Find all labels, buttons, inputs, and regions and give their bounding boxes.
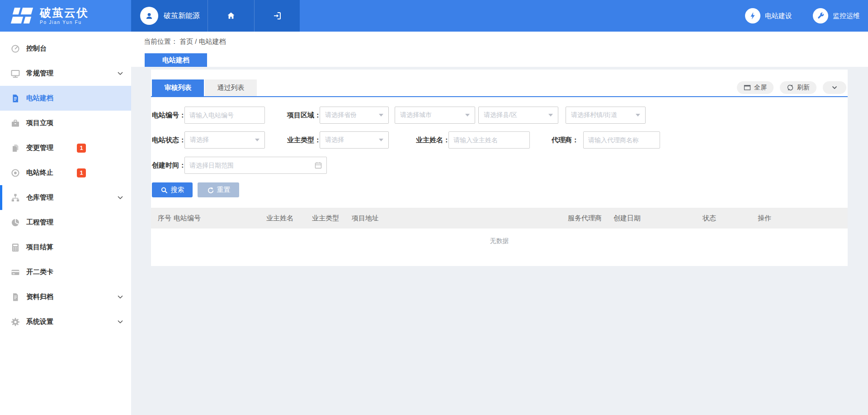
table-column-header: 序号 — [158, 214, 174, 223]
search-button[interactable]: 搜索 — [152, 182, 193, 197]
user-menu[interactable]: 破茧新能源 — [131, 0, 208, 32]
target-icon — [10, 168, 21, 178]
notification-badge: 1 — [77, 168, 86, 177]
pie-icon — [10, 217, 21, 228]
table-column-header: 业主类型 — [312, 214, 352, 223]
sidebar-item-label: 资料归档 — [26, 293, 53, 301]
owner-type-select[interactable]: 请选择 — [320, 131, 389, 149]
module-construction[interactable]: 电站建设 — [745, 8, 792, 23]
sidebar-item-label: 项目立项 — [26, 119, 53, 127]
table-column-header: 业主姓名 — [266, 214, 312, 223]
sidebar-item-label: 项目结算 — [26, 243, 53, 252]
sidebar-item-change-mgmt[interactable]: 变更管理1 — [0, 135, 131, 160]
gauge-icon — [10, 43, 21, 54]
tab-passed-list[interactable]: 通过列表 — [205, 79, 257, 96]
sidebar-item-label: 控制台 — [26, 44, 47, 53]
tab-review-list[interactable]: 审核列表 — [152, 79, 204, 96]
reset-icon — [207, 187, 214, 194]
station-no-label: 电站编号： — [152, 111, 184, 120]
table-column-header: 电站编号 — [174, 214, 266, 223]
page-tab-station-archive[interactable]: 电站建档 — [145, 53, 207, 67]
city-select[interactable]: 请选择城市 — [395, 107, 475, 124]
sidebar-item-system-settings[interactable]: 系统设置 — [0, 309, 131, 334]
calculator-icon — [10, 242, 21, 253]
gear-icon — [10, 317, 21, 327]
search-icon — [160, 187, 168, 194]
doc-icon — [10, 292, 21, 303]
wrench-icon — [813, 8, 828, 23]
chevron-down-icon — [117, 194, 124, 201]
region-selects: 请选择省份请选择城市请选择县/区请选择村镇/街道 — [320, 107, 646, 124]
brand-subtitle: Po Jian Yun Fu — [40, 20, 89, 25]
filter-actions: 搜索 重置 — [151, 182, 848, 197]
file-icon — [10, 93, 21, 104]
notification-badge: 1 — [77, 144, 86, 153]
refresh-button[interactable]: 刷新 — [780, 81, 816, 94]
sidebar-item-project-initiation[interactable]: 项目立项 — [0, 111, 131, 135]
chevron-down-icon — [117, 294, 124, 301]
sidebar-item-label: 开二类卡 — [26, 268, 53, 276]
company-name: 破茧新能源 — [164, 11, 200, 21]
station-status-select[interactable]: 请选择 — [184, 131, 265, 149]
sidebar-item-data-archive[interactable]: 资料归档 — [0, 284, 131, 309]
caret-down-icon — [379, 139, 383, 141]
reset-button[interactable]: 重置 — [198, 182, 239, 197]
sidebar-item-engineering-mgmt[interactable]: 工程管理 — [0, 210, 131, 235]
collapse-button[interactable] — [823, 81, 846, 94]
sidebar-item-label: 变更管理 — [26, 144, 53, 152]
sidebar-item-label: 工程管理 — [26, 218, 53, 227]
fullscreen-icon — [744, 84, 751, 91]
breadcrumb-path[interactable]: 首页 / 电站建档 — [179, 37, 226, 45]
sidebar-item-open-type2-card[interactable]: 开二类卡 — [0, 260, 131, 284]
brand-title: 破茧云伏 — [40, 7, 89, 19]
active-indicator-bar — [0, 185, 2, 210]
caret-down-icon — [379, 114, 383, 117]
breadcrumb-bar: 当前位置： 首页 / 电站建档 电站建档 — [131, 32, 868, 67]
avatar — [140, 7, 158, 25]
date-range-input[interactable] — [184, 157, 327, 174]
pages-icon — [10, 143, 21, 154]
module-label: 监控运维 — [833, 12, 860, 20]
caret-down-icon — [548, 114, 553, 117]
briefcase-icon — [10, 118, 21, 129]
table-header-row: 序号电站编号业主姓名业主类型项目地址服务代理商创建日期状态操作 — [151, 208, 848, 228]
sidebar-item-station-archive[interactable]: 电站建档 — [0, 86, 131, 111]
content-panel: 审核列表 通过列表 全屏 刷新 电站编号： 项目区域： 请选择省份请选择城市请选… — [151, 70, 848, 266]
agent-input[interactable] — [583, 131, 660, 149]
sitemap-icon — [10, 192, 21, 203]
station-no-input[interactable] — [184, 107, 265, 124]
brand-logo-icon — [11, 7, 34, 24]
owner-type-label: 业主类型： — [287, 136, 320, 145]
table-column-header: 状态 — [703, 214, 758, 223]
caret-down-icon — [255, 139, 259, 141]
logout-button[interactable] — [254, 0, 300, 32]
sidebar-item-project-settlement[interactable]: 项目结算 — [0, 235, 131, 260]
sidebar-item-console[interactable]: 控制台 — [0, 36, 131, 61]
agent-label: 代理商： — [552, 136, 577, 145]
home-icon — [226, 10, 236, 21]
user-icon — [144, 10, 155, 21]
fullscreen-button[interactable]: 全屏 — [737, 81, 774, 94]
owner-name-input[interactable] — [448, 131, 530, 149]
sidebar-item-warehouse-mgmt[interactable]: 仓库管理 — [0, 185, 131, 210]
home-button[interactable] — [208, 0, 254, 32]
panel-tools: 全屏 刷新 — [737, 81, 846, 94]
lightning-icon — [745, 8, 760, 23]
breadcrumb: 当前位置： 首页 / 电站建档 — [144, 37, 226, 46]
filter-row-1: 电站编号： 项目区域： 请选择省份请选择城市请选择县/区请选择村镇/街道 — [151, 107, 848, 124]
sidebar-item-station-termination[interactable]: 电站终止1 — [0, 160, 131, 185]
filter-row-3: 创建时间： — [151, 157, 848, 174]
chevron-down-icon — [117, 318, 124, 326]
module-monitoring[interactable]: 监控运维 — [813, 8, 860, 23]
province-select[interactable]: 请选择省份 — [320, 107, 389, 124]
station-status-label: 电站状态： — [152, 136, 184, 145]
town-select[interactable]: 请选择村镇/街道 — [566, 107, 646, 124]
table-column-header: 创建日期 — [613, 214, 703, 223]
district-select[interactable]: 请选择县/区 — [478, 107, 558, 124]
caret-down-icon — [465, 114, 470, 117]
monitor-icon — [10, 68, 21, 79]
chevron-down-icon — [830, 84, 839, 92]
sidebar-item-label: 系统设置 — [26, 317, 53, 326]
sidebar-item-general-mgmt[interactable]: 常规管理 — [0, 61, 131, 86]
filter-row-2: 电站状态： 请选择 业主类型： 请选择 业主姓名： 代理商： — [151, 131, 848, 149]
